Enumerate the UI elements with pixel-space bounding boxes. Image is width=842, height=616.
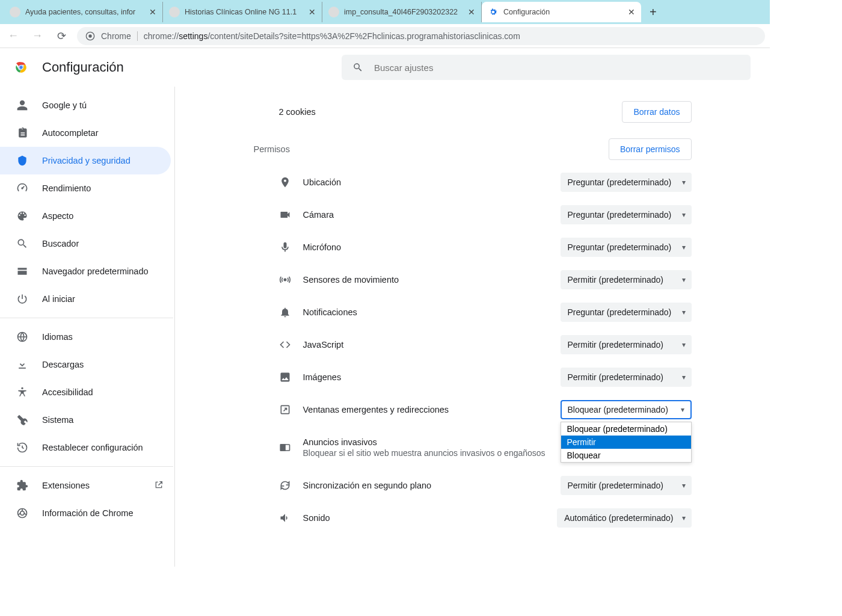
close-icon[interactable]: ✕: [468, 7, 475, 17]
sidebar-item-search-engine[interactable]: Buscador: [0, 230, 173, 257]
sidebar-label: Información de Chrome: [42, 508, 134, 518]
sidebar-item-performance[interactable]: Rendimiento: [0, 174, 173, 202]
svg-point-9: [20, 511, 25, 516]
code-icon: [279, 339, 303, 351]
perm-label: Notificaciones: [303, 307, 561, 317]
close-icon[interactable]: ✕: [149, 7, 156, 17]
camera-icon: [279, 209, 303, 221]
tab-3[interactable]: imp_consulta_40I46F2903202322 ✕: [322, 2, 482, 22]
sidebar-label: Google y tú: [42, 100, 87, 110]
sidebar-item-privacy[interactable]: Privacidad y seguridad: [0, 147, 171, 174]
settings-search[interactable]: [342, 55, 751, 80]
perm-select-motion[interactable]: Permitir (predeterminado): [561, 270, 692, 289]
search-input[interactable]: [374, 63, 740, 73]
cookies-count[interactable]: 2 cookies: [279, 107, 316, 117]
chrome-icon: [16, 507, 29, 520]
perm-row-images: Imágenes Permitir (predeterminado): [250, 361, 695, 393]
sidebar-label: Accesibilidad: [42, 387, 93, 397]
perm-label: Ubicación: [303, 177, 561, 187]
sidebar-item-google[interactable]: Google y tú: [0, 91, 173, 119]
perm-row-popups: Ventanas emergentes y redirecciones Bloq…: [250, 393, 695, 426]
perm-select-notifications[interactable]: Preguntar (predeterminado): [561, 303, 692, 322]
address-bar[interactable]: Chrome chrome://settings/content/siteDet…: [77, 27, 765, 45]
sidebar-item-default-browser[interactable]: Navegador predeterminado: [0, 257, 173, 285]
accessibility-icon: [16, 386, 29, 399]
shield-icon: [16, 154, 29, 167]
sidebar-item-languages[interactable]: Idiomas: [0, 323, 173, 351]
perm-select-microphone[interactable]: Preguntar (predeterminado): [561, 238, 692, 257]
sound-icon: [279, 512, 303, 524]
extension-icon: [16, 479, 29, 492]
perm-label: Ventanas emergentes y redirecciones: [303, 405, 561, 414]
tab-2[interactable]: Historias Clínicas Online NG 11.1 ✕: [163, 2, 322, 22]
perm-label: Sincronización en segundo plano: [303, 481, 561, 490]
url-text: chrome://settings/content/siteDetails?si…: [144, 31, 520, 41]
popups-dropdown: Bloquear (predeterminado) Permitir Bloqu…: [561, 422, 692, 463]
new-tab-button[interactable]: +: [641, 5, 665, 19]
sidebar-item-downloads[interactable]: Descargas: [0, 351, 173, 378]
window-icon: [16, 265, 29, 278]
perm-label: Imágenes: [303, 372, 561, 382]
search-icon: [16, 237, 29, 250]
perm-select-sound[interactable]: Automático (predeterminado): [557, 508, 691, 528]
close-icon[interactable]: ✕: [628, 7, 635, 17]
svg-point-7: [21, 387, 23, 389]
settings-sidebar: Google y tú Autocompletar Privacidad y s…: [0, 87, 174, 567]
dropdown-option-allow[interactable]: Permitir: [561, 436, 691, 449]
perm-select-camera[interactable]: Preguntar (predeterminado): [561, 205, 692, 224]
perm-label: Cámara: [303, 210, 561, 220]
perm-select-popups[interactable]: Bloquear (predeterminado): [561, 400, 692, 419]
popup-icon: [279, 404, 303, 416]
dropdown-option-block-default[interactable]: Bloquear (predeterminado): [561, 422, 691, 436]
sidebar-item-reset[interactable]: Restablecer configuración: [0, 434, 173, 461]
sidebar-item-about[interactable]: Información de Chrome: [0, 499, 174, 527]
back-button[interactable]: ←: [5, 29, 22, 42]
svg-rect-13: [280, 445, 285, 451]
location-icon: [279, 176, 303, 188]
chrome-icon: [85, 31, 95, 41]
perm-row-camera: Cámara Preguntar (predeterminado): [250, 199, 695, 231]
motion-sensor-icon: [279, 274, 303, 286]
tab-1[interactable]: Ayuda pacientes, consultas, infor ✕: [4, 2, 163, 22]
tab-4-active[interactable]: Configuración ✕: [482, 2, 641, 22]
sidebar-label: Autocompletar: [42, 128, 99, 138]
person-icon: [16, 99, 29, 112]
gear-icon: [488, 7, 499, 17]
svg-point-1: [88, 34, 91, 37]
tab-title: Ayuda pacientes, consultas, infor: [25, 8, 144, 16]
clear-data-button[interactable]: Borrar datos: [622, 101, 691, 123]
clear-permissions-button[interactable]: Borrar permisos: [609, 138, 692, 160]
forward-button[interactable]: →: [29, 29, 46, 42]
open-external-icon: [154, 480, 164, 491]
dropdown-option-block[interactable]: Bloquear: [561, 449, 691, 462]
sidebar-label: Navegador predeterminado: [42, 266, 149, 276]
close-icon[interactable]: ✕: [309, 7, 316, 17]
sidebar-label: Descargas: [42, 360, 84, 369]
perm-select-images[interactable]: Permitir (predeterminado): [561, 368, 692, 387]
download-icon: [16, 358, 29, 371]
sidebar-item-accessibility[interactable]: Accesibilidad: [0, 378, 173, 406]
perm-row-notifications: Notificaciones Preguntar (predeterminado…: [250, 296, 695, 328]
perm-label: Sonido: [303, 513, 558, 523]
browser-tab-bar: Ayuda pacientes, consultas, infor ✕ Hist…: [0, 0, 770, 24]
sidebar-label: Sistema: [42, 415, 73, 425]
search-icon: [352, 62, 363, 73]
perm-label: Sensores de movimiento: [303, 275, 561, 285]
sidebar-item-on-startup[interactable]: Al iniciar: [0, 285, 173, 313]
bell-icon: [279, 306, 303, 318]
settings-main: 2 cookies Borrar datos Permisos Borrar p…: [174, 87, 770, 567]
reload-button[interactable]: ⟳: [53, 29, 70, 43]
sidebar-label: Restablecer configuración: [42, 443, 143, 452]
sidebar-item-system[interactable]: Sistema: [0, 406, 173, 434]
sidebar-item-autofill[interactable]: Autocompletar: [0, 119, 173, 147]
perm-select-javascript[interactable]: Permitir (predeterminado): [561, 335, 692, 354]
favicon-icon: [328, 7, 339, 17]
tab-title: Configuración: [503, 8, 623, 16]
sidebar-item-appearance[interactable]: Aspecto: [0, 202, 173, 230]
wrench-icon: [16, 413, 29, 427]
sidebar-item-extensions[interactable]: Extensiones: [0, 472, 174, 499]
perm-select-bg-sync[interactable]: Permitir (predeterminado): [561, 476, 692, 495]
perm-select-location[interactable]: Preguntar (predeterminado): [561, 173, 692, 192]
page-title: Configuración: [42, 60, 124, 75]
tab-title: imp_consulta_40I46F2903202322: [344, 8, 463, 16]
